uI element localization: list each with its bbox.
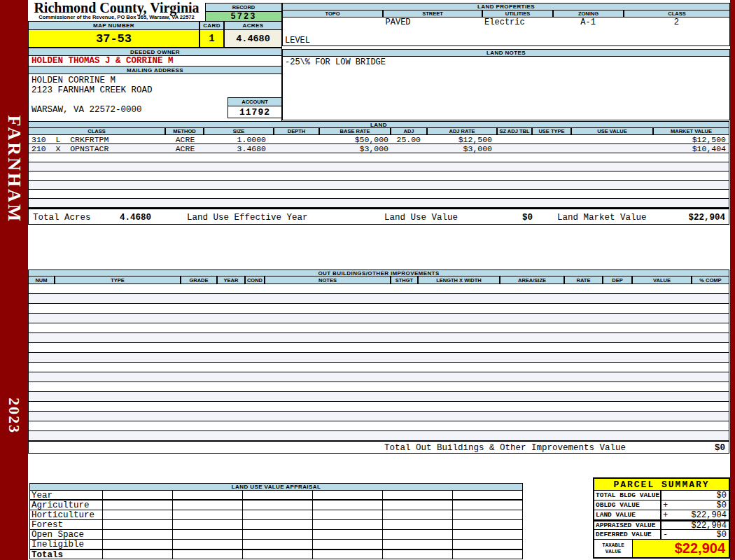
zoning-value: A-1 [553, 18, 624, 46]
topo-value: LEVEL PAVED 100 + FEET [283, 18, 384, 46]
empty-row [28, 323, 729, 333]
summary-row-total-bldg: TOTAL BLDG VALUE $0 [594, 491, 729, 500]
empty-row [28, 402, 729, 412]
appraisal-row-agriculture: Agriculture [29, 500, 523, 510]
empty-row [28, 392, 729, 402]
summary-row-deferred: DEFERRED VALUE -$0 [594, 530, 729, 540]
deeded-owner-label: DEEDED OWNER [28, 48, 282, 56]
out-buildings-total-label: Total Out Buildings & Other Improvements… [384, 443, 626, 453]
right-edge-strip [730, 0, 735, 560]
appraisal-row-year: Year [29, 491, 523, 500]
col-cond: COND [245, 276, 265, 284]
col-class: CLASS [28, 128, 165, 135]
land-properties-title: LAND PROPERTIES [282, 3, 730, 10]
land-properties-values: LEVEL PAVED 100 + FEET PAVED Electric A-… [282, 18, 730, 46]
col-notes: NOTES [265, 276, 391, 284]
land-notes-text: -25\% FOR LOW BRIDGE [282, 57, 730, 120]
out-buildings-headers: NUM TYPE GRADE YEAR COND NOTES STHGT LEN… [28, 276, 729, 284]
utilities-header: UTILITIES [482, 10, 553, 18]
summary-row-land-value: LAND VALUE +$22,904 [594, 510, 729, 520]
effective-year-label: Land Use Effective Year [187, 213, 308, 223]
mailing-address-label: MAILING ADDRESS [28, 66, 282, 74]
card-value: 1 [200, 30, 224, 48]
col-method: METHOD [165, 128, 204, 135]
out-buildings-table: OUT BUILDINGS/OTHER IMPROVEMENTS NUM TYP… [28, 270, 729, 454]
appraisal-row-ineligible: Ineligible [29, 540, 523, 550]
empty-row [28, 333, 729, 343]
property-record-card: FARNHAM 2023 Richmond County, Virginia C… [0, 0, 735, 560]
card-label: CARD [200, 21, 224, 30]
empty-row [28, 162, 729, 172]
col-num: NUM [28, 276, 55, 284]
col-use-value: USE VALUE [571, 128, 653, 135]
record-label: RECORD [206, 4, 281, 12]
land-notes-title: LAND NOTES [282, 49, 730, 57]
col-year: YEAR [217, 276, 245, 284]
land-market-value-label: Land Market Value [557, 213, 647, 223]
account-value: 11792 [228, 106, 281, 118]
empty-row [28, 353, 729, 363]
parcel-summary-title: PARCEL SUMMARY [594, 479, 729, 491]
col-market-value: MARKET VALUE [653, 128, 729, 135]
empty-row [28, 190, 729, 199]
col-pct-comp: % COMP [692, 276, 729, 284]
col-adj: ADJ [391, 128, 427, 135]
out-buildings-total-value: $0 [715, 443, 725, 453]
land-rows: 310 L CRKFRTPM ACRE 1.0000 $50,000 25.00… [28, 135, 729, 208]
record-box: RECORD 5723 [205, 3, 282, 22]
land-totals-row: Total Acres 4.4680 Land Use Effective Ye… [28, 208, 729, 225]
total-acres-label: Total Acres [33, 213, 91, 223]
col-value: VALUE [632, 276, 692, 284]
out-buildings-rows [28, 284, 729, 441]
district-name-vertical: FARNHAM [4, 115, 24, 224]
total-acres-value: 4.4680 [120, 213, 151, 223]
acres-label: ACRES [224, 21, 282, 30]
empty-row [28, 181, 729, 190]
summary-row-appraised: APPRAISED VALUE $22,904 [594, 520, 729, 530]
street-header: STREET [383, 10, 482, 18]
land-title: LAND [28, 121, 729, 128]
record-value: 5723 [206, 12, 281, 21]
land-use-appraisal-title: LAND USE VALUE APPRAISAL [29, 483, 523, 491]
col-type: TYPE [55, 276, 181, 284]
class-value: 2 [623, 18, 729, 46]
map-number-value: 37-53 [28, 30, 200, 48]
appraisal-row-horticulture: Horticulture [29, 510, 523, 520]
land-notes-section: LAND NOTES -25\% FOR LOW BRIDGE [282, 49, 730, 120]
zoning-header: ZONING [553, 10, 624, 18]
empty-row [28, 343, 729, 353]
col-depth: DEPTH [274, 128, 319, 135]
empty-row [28, 199, 729, 208]
land-market-value: $22,904 [688, 213, 725, 223]
empty-row [28, 382, 729, 392]
empty-row [28, 172, 729, 181]
empty-row [28, 314, 729, 323]
appraisal-row-open-space: Open Space [29, 530, 523, 540]
land-table: LAND CLASS METHOD SIZE DEPTH BASE RATE A… [28, 121, 729, 225]
map-number-label: MAP NUMBER [28, 21, 200, 30]
street-value: PAVED [384, 18, 483, 46]
empty-row [28, 363, 729, 372]
col-sz-adj-tbl: SZ ADJ TBL [497, 128, 532, 135]
col-use-type: USE TYPE [532, 128, 571, 135]
col-adj-rate: ADJ RATE [427, 128, 497, 135]
account-box: ACCOUNT 11792 [227, 97, 282, 118]
class-header: CLASS [624, 10, 730, 18]
empty-row [28, 372, 729, 382]
land-use-value: $0 [491, 213, 533, 223]
appraisal-row-totals: Totals [29, 550, 523, 559]
col-size: SIZE [204, 128, 274, 135]
appraisal-row-forest: Forest [29, 520, 523, 530]
empty-row [28, 294, 729, 304]
land-properties-section: LAND PROPERTIES TOPO STREET UTILITIES ZO… [282, 3, 730, 48]
mailing-line: 2123 FARNHAM CREEK ROAD [31, 85, 281, 95]
commissioner-line: Commissioner of the Revenue, PO Box 365,… [28, 15, 205, 20]
empty-row [28, 431, 729, 441]
land-properties-headers: TOPO STREET UTILITIES ZONING CLASS [282, 10, 730, 18]
out-buildings-title: OUT BUILDINGS/OTHER IMPROVEMENTS [28, 270, 729, 276]
land-row: 210 X OPNSTACR ACRE 3.4680 $3,000 $3,000… [28, 144, 729, 153]
col-grade: GRADE [181, 276, 217, 284]
land-use-value-label: Land Use Value [384, 213, 458, 223]
col-rate: RATE [564, 276, 603, 284]
left-sidebar: FARNHAM 2023 [0, 0, 28, 560]
